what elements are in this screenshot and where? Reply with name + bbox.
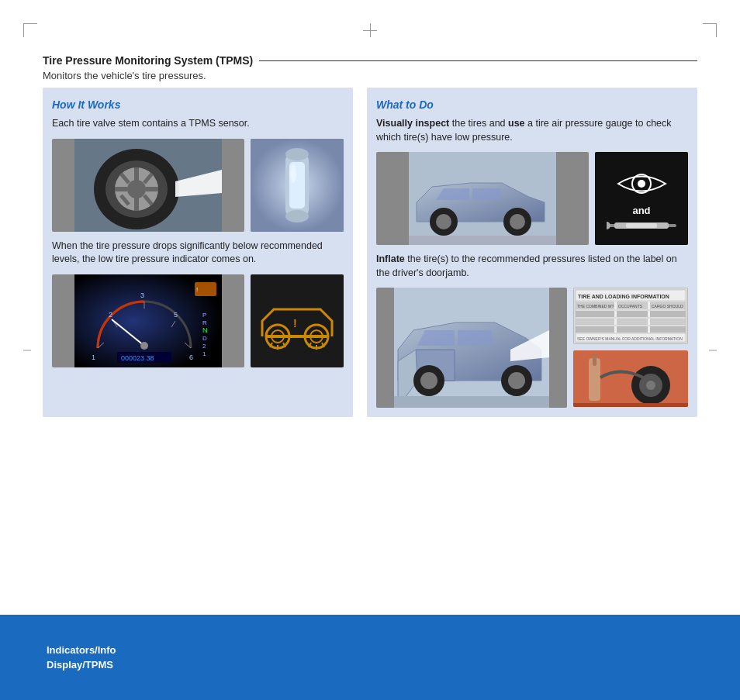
car-image [376,152,589,245]
tpms-warning-svg: ! [251,274,344,367]
right-section-title: What to Do [376,98,688,111]
svg-point-103 [646,381,655,390]
svg-point-59 [510,214,525,229]
svg-text:1: 1 [92,353,95,361]
svg-rect-95 [650,326,686,333]
main-content: Tire Pressure Monitoring System (TPMS) M… [43,54,697,607]
svg-rect-94 [617,326,648,333]
inflate-tire-image [573,350,688,407]
bottom-bar-line1: Indicators/Info [47,643,116,658]
visually-inspect-bold: Visually inspect [376,118,449,129]
bottom-bar: Indicators/Info Display/TPMS [0,615,740,700]
svg-text:1: 1 [202,350,206,357]
header: Tire Pressure Monitoring System (TPMS) [43,54,697,67]
valve-stem-image [251,139,344,232]
car-svg [376,152,589,245]
svg-text:R: R [202,319,207,326]
svg-rect-60 [409,236,556,245]
use-bold: use [508,118,525,129]
left-image-row-2: 1 2 3 5 6 000023 38 ! [52,274,344,367]
svg-point-66 [607,222,610,229]
corner-mark-tl [23,23,37,37]
svg-rect-65 [626,223,657,228]
corner-mark-tr [703,23,717,37]
svg-point-18 [285,210,309,222]
svg-text:5: 5 [174,311,178,319]
right-text-1: Visually inspect the tires and use a tir… [376,117,688,144]
right-image-row-2: TIRE AND LOADING INFORMATION THE COMBINE… [376,288,688,408]
page-title: Tire Pressure Monitoring System (TPMS) [43,54,253,67]
svg-text:3: 3 [140,291,144,299]
left-text-1: Each tire valve stem contains a TPMS sen… [52,117,344,131]
bottom-bar-text: Indicators/Info Display/TPMS [47,643,116,673]
right-text-2: Inflate the tire(s) to the recommended p… [376,253,688,280]
bottom-bar-line2: Display/TPMS [47,657,116,673]
svg-text:2: 2 [202,343,206,350]
svg-text:000023  38: 000023 38 [121,354,154,362]
svg-text:2: 2 [109,311,112,319]
svg-text:P: P [202,312,206,319]
svg-text:N: N [202,326,208,334]
svg-rect-90 [617,319,648,325]
inflate-tire-svg [573,350,688,407]
svg-point-19 [290,164,296,183]
svg-point-32 [140,342,148,350]
eye-svg [617,167,667,200]
svg-rect-73 [394,396,549,408]
svg-point-4 [127,180,146,198]
svg-text:CARGO SHOULD: CARGO SHOULD [652,304,683,309]
svg-rect-85 [576,311,614,317]
svg-rect-91 [650,319,686,325]
dashboard-svg: 1 2 3 5 6 000023 38 ! [52,274,244,367]
svg-point-17 [285,148,309,160]
valve-stem-svg [251,139,344,232]
eye-gauge-image: and [595,152,688,245]
side-mark-left [23,350,31,350]
label-sticker-image: TIRE AND LOADING INFORMATION THE COMBINE… [573,288,688,344]
eye-gauge-container: and [595,152,688,245]
side-mark-right [709,350,717,350]
left-text-2: When the tire pressure drops significant… [52,240,344,267]
gauge-bar-svg [607,221,676,230]
svg-point-62 [638,180,645,188]
and-label: and [632,205,650,216]
right-column: What to Do Visually inspect the tires an… [367,88,697,417]
car-door-image [376,288,567,408]
left-section-title: How It Works [52,98,344,111]
svg-text:D: D [202,335,207,342]
car-door-svg [376,288,567,408]
svg-text:SEE OWNER'S MANUAL FOR ADDITIO: SEE OWNER'S MANUAL FOR ADDITIONAL INFORM… [577,336,683,341]
svg-point-57 [436,214,451,229]
svg-rect-93 [576,326,614,333]
svg-rect-104 [573,403,688,407]
svg-rect-43 [251,274,344,367]
tire-wheel-image [52,139,244,232]
tpms-warning-image: ! [251,274,344,367]
header-subtitle: Monitors the vehicle's tire pressures. [43,70,697,81]
right-stacked-images: TIRE AND LOADING INFORMATION THE COMBINE… [573,288,688,408]
right-text-2-end: the tire(s) to the recommended pressures… [376,253,677,278]
right-image-row-1: and [376,152,688,245]
svg-text:OCCUPANTS: OCCUPANTS [618,304,643,309]
tire-wheel-svg [52,139,244,232]
inflate-bold: Inflate [376,253,405,264]
dashboard-image: 1 2 3 5 6 000023 38 ! [52,274,244,367]
svg-rect-89 [576,319,614,325]
svg-text:!: ! [293,317,297,329]
svg-text:!: ! [196,286,198,293]
svg-rect-87 [650,311,686,317]
header-line [259,60,697,61]
svg-point-72 [508,372,525,389]
svg-text:TIRE AND LOADING INFORMATION: TIRE AND LOADING INFORMATION [578,294,669,299]
svg-text:6: 6 [189,353,193,361]
two-column-layout: How It Works Each tire valve stem contai… [43,88,697,417]
svg-text:THE COMBINED WT: THE COMBINED WT [577,304,614,309]
crosshair-top [363,23,377,37]
svg-rect-86 [617,311,648,317]
left-column: How It Works Each tire valve stem contai… [43,88,353,417]
right-text-1-mid: the tires and [449,118,508,129]
svg-rect-100 [593,354,596,366]
svg-point-70 [420,372,437,389]
left-image-row-1 [52,139,344,232]
label-sticker-svg: TIRE AND LOADING INFORMATION THE COMBINE… [573,288,688,344]
